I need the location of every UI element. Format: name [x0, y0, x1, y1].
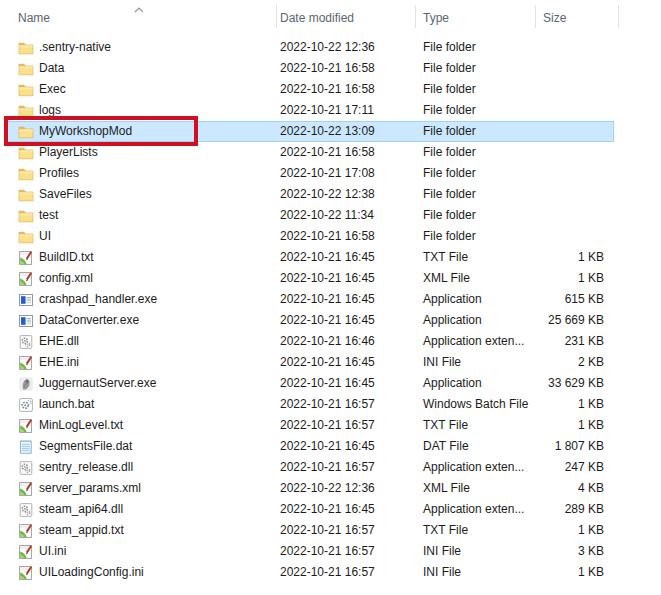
dll-gears-icon [18, 460, 34, 476]
file-row[interactable]: EHE.ini2022-10-21 16:45INI File2 KB [5, 352, 614, 373]
file-name-label: BuildID.txt [39, 247, 94, 268]
column-header-name[interactable]: Name [18, 11, 50, 25]
column-separator[interactable] [618, 5, 619, 28]
folder-icon [18, 208, 34, 224]
text-document-icon [18, 355, 34, 371]
file-row[interactable]: UILoadingConfig.ini2022-10-21 16:57INI F… [5, 562, 614, 583]
date-modified-cell: 2022-10-21 16:45 [280, 310, 375, 331]
file-name-label: logs [39, 100, 61, 121]
file-name-label: Profiles [39, 163, 79, 184]
date-modified-cell: 2022-10-21 16:57 [280, 562, 375, 583]
file-row[interactable]: server_params.xml2022-10-22 12:36XML Fil… [5, 478, 614, 499]
file-row[interactable]: PlayerLists2022-10-21 16:58File folder [5, 142, 614, 163]
file-name-cell: PlayerLists [18, 142, 98, 163]
file-name-label: JuggernautServer.exe [39, 373, 156, 394]
folder-icon [18, 166, 34, 182]
file-row[interactable]: BuildID.txt2022-10-21 16:45TXT File1 KB [5, 247, 614, 268]
date-modified-cell: 2022-10-21 16:45 [280, 436, 375, 457]
folder-icon [18, 229, 34, 245]
file-name-label: PlayerLists [39, 142, 98, 163]
file-row[interactable]: logs2022-10-21 17:11File folder [5, 100, 614, 121]
column-header-type[interactable]: Type [423, 11, 449, 25]
type-cell: File folder [423, 142, 476, 163]
dll-gears-icon [18, 502, 34, 518]
date-modified-cell: 2022-10-21 16:57 [280, 457, 375, 478]
file-name-cell: server_params.xml [18, 478, 141, 499]
batch-gear-icon [18, 397, 34, 413]
file-row[interactable]: Profiles2022-10-21 17:08File folder [5, 163, 614, 184]
size-cell: 1 KB [454, 562, 604, 583]
column-header-bar: Name Date modified Type Size [0, 0, 661, 32]
file-name-cell: steam_appid.txt [18, 520, 124, 541]
column-separator[interactable] [276, 5, 277, 28]
date-modified-cell: 2022-10-21 16:45 [280, 268, 375, 289]
file-row[interactable]: SegmentsFile.dat2022-10-21 16:45DAT File… [5, 436, 614, 457]
file-row[interactable]: Data2022-10-21 16:58File folder [5, 58, 614, 79]
type-cell: File folder [423, 37, 476, 58]
folder-icon [18, 124, 34, 140]
file-row[interactable]: SaveFiles2022-10-22 12:38File folder [5, 184, 614, 205]
file-row[interactable]: EHE.dll2022-10-21 16:46Application exten… [5, 331, 614, 352]
file-row[interactable]: UI2022-10-21 16:58File folder [5, 226, 614, 247]
juggernaut-app-icon [18, 376, 34, 392]
file-row[interactable]: JuggernautServer.exe2022-10-21 16:45Appl… [5, 373, 614, 394]
text-document-icon [18, 523, 34, 539]
file-name-label: config.xml [39, 268, 93, 289]
file-name-label: steam_appid.txt [39, 520, 124, 541]
text-document-icon [18, 250, 34, 266]
file-row[interactable]: MyWorkshopMod2022-10-22 13:09File folder [5, 121, 614, 142]
folder-icon [18, 145, 34, 161]
date-modified-cell: 2022-10-22 11:34 [280, 205, 374, 226]
type-cell: File folder [423, 58, 476, 79]
file-name-label: server_params.xml [39, 478, 141, 499]
file-name-label: DataConverter.exe [39, 310, 139, 331]
column-header-date-modified[interactable]: Date modified [280, 11, 354, 25]
size-cell: 2 KB [454, 352, 604, 373]
column-header-size[interactable]: Size [543, 11, 566, 25]
column-separator[interactable] [415, 5, 416, 28]
size-cell: 33 629 KB [454, 373, 604, 394]
file-name-label: MyWorkshopMod [39, 121, 132, 142]
file-name-cell: crashpad_handler.exe [18, 289, 157, 310]
type-cell: File folder [423, 205, 476, 226]
file-row[interactable]: test2022-10-22 11:34File folder [5, 205, 614, 226]
file-explorer-list-view: Name Date modified Type Size .sentry-nat… [0, 0, 661, 595]
date-modified-cell: 2022-10-22 12:36 [280, 37, 375, 58]
file-name-cell: EHE.ini [18, 352, 79, 373]
dat-file-icon [18, 439, 34, 455]
size-cell: 3 KB [454, 541, 604, 562]
date-modified-cell: 2022-10-21 16:58 [280, 58, 375, 79]
file-name-cell: MinLogLevel.txt [18, 415, 123, 436]
file-name-cell: MyWorkshopMod [18, 121, 132, 142]
date-modified-cell: 2022-10-21 16:57 [280, 415, 375, 436]
text-document-icon [18, 565, 34, 581]
size-cell: 1 KB [454, 394, 604, 415]
file-name-cell: JuggernautServer.exe [18, 373, 156, 394]
file-row[interactable]: launch.bat2022-10-21 16:57Windows Batch … [5, 394, 614, 415]
file-row[interactable]: steam_appid.txt2022-10-21 16:57TXT File1… [5, 520, 614, 541]
file-name-label: UI.ini [39, 541, 66, 562]
file-row[interactable]: Exec2022-10-21 16:58File folder [5, 79, 614, 100]
file-row[interactable]: crashpad_handler.exe2022-10-21 16:45Appl… [5, 289, 614, 310]
size-cell: 1 KB [454, 415, 604, 436]
date-modified-cell: 2022-10-21 16:58 [280, 226, 375, 247]
file-row[interactable]: config.xml2022-10-21 16:45XML File1 KB [5, 268, 614, 289]
file-name-cell: BuildID.txt [18, 247, 94, 268]
date-modified-cell: 2022-10-21 16:58 [280, 79, 375, 100]
file-row[interactable]: UI.ini2022-10-21 16:57INI File3 KB [5, 541, 614, 562]
size-cell: 25 669 KB [454, 310, 604, 331]
file-row[interactable]: sentry_release.dll2022-10-21 16:57Applic… [5, 457, 614, 478]
file-row[interactable]: steam_api64.dll2022-10-21 16:45Applicati… [5, 499, 614, 520]
size-cell: 4 KB [454, 478, 604, 499]
file-name-label: steam_api64.dll [39, 499, 123, 520]
file-row[interactable]: DataConverter.exe2022-10-21 16:45Applica… [5, 310, 614, 331]
size-cell: 231 KB [454, 331, 604, 352]
size-cell: 289 KB [454, 499, 604, 520]
date-modified-cell: 2022-10-21 16:57 [280, 541, 375, 562]
date-modified-cell: 2022-10-22 12:38 [280, 184, 375, 205]
text-document-icon [18, 418, 34, 434]
file-name-label: SaveFiles [39, 184, 92, 205]
column-separator[interactable] [535, 5, 536, 28]
file-row[interactable]: MinLogLevel.txt2022-10-21 16:57TXT File1… [5, 415, 614, 436]
file-row[interactable]: .sentry-native2022-10-22 12:36File folde… [5, 37, 614, 58]
